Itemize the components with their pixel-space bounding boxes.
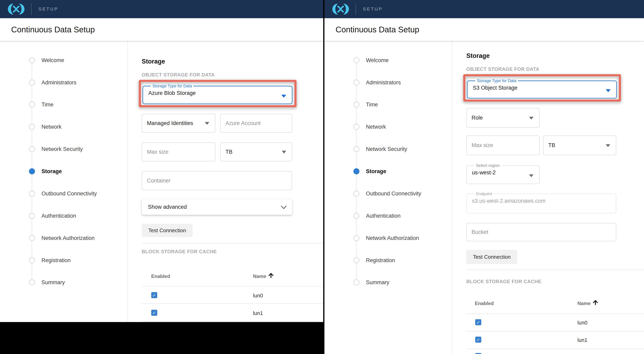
size-unit-value: TB — [548, 142, 555, 148]
caret-down-icon — [282, 151, 286, 154]
sidebar-item-storage[interactable]: Storage — [0, 168, 122, 174]
sidebar-item-label: Storage — [366, 168, 386, 174]
block-storage-section-label: BLOCK STORAGE FOR CACHE — [466, 279, 542, 284]
size-unit-value: TB — [226, 149, 232, 155]
step-dot-icon — [29, 213, 35, 219]
sidebar-item-outbound-connectivity[interactable]: Outbound Connectivity — [0, 191, 122, 197]
pane-azure-setup: SETUP Continuous Data Setup Welcome Admi… — [0, 0, 323, 322]
storage-type-select[interactable]: Storage Type for Data S3 Object Storage — [467, 79, 617, 98]
role-select[interactable]: Role — [466, 108, 540, 128]
bucket-input[interactable] — [466, 223, 616, 241]
role-value: Role — [472, 115, 483, 121]
sidebar-item-label: Authentication — [42, 213, 76, 219]
row-enabled-checkbox-checked[interactable] — [151, 292, 157, 298]
step-dot-icon — [353, 79, 360, 86]
sidebar-item-summary[interactable]: Summary — [324, 279, 446, 286]
caret-down-icon — [205, 122, 209, 125]
region-label: Select region — [474, 163, 501, 167]
storage-type-select[interactable]: Storage Type for Data Azure Blob Storage — [142, 84, 292, 104]
max-size-input[interactable] — [142, 142, 215, 161]
sidebar-item-network[interactable]: Network — [324, 124, 446, 130]
sidebar-item-network-security[interactable]: Network Security — [0, 146, 122, 152]
endpoint-label: Endpoint — [474, 192, 494, 196]
sidebar-item-authentication[interactable]: Authentication — [324, 213, 446, 219]
section-divider — [142, 243, 323, 244]
section-divider — [466, 270, 644, 270]
test-connection-button[interactable]: Test Connection — [142, 224, 193, 237]
object-storage-section-label: OBJECT STORAGE FOR DATA — [466, 66, 539, 72]
sort-ascending-icon[interactable] — [592, 299, 599, 306]
size-unit-select[interactable]: TB — [543, 136, 616, 155]
sidebar-item-welcome[interactable]: Welcome — [324, 57, 446, 63]
step-dot-active-icon — [29, 168, 35, 174]
sidebar-item-authentication[interactable]: Authentication — [0, 213, 122, 219]
delphix-logo-icon — [6, 3, 26, 15]
size-unit-select[interactable]: TB — [220, 142, 292, 161]
endpoint-value: s3.us-west-2.amazonaws.com — [472, 198, 610, 204]
sidebar-divider — [452, 41, 452, 354]
sidebar-item-network[interactable]: Network — [0, 124, 122, 130]
identity-mechanism-value: Managed Identities — [147, 120, 193, 126]
sidebar-item-time[interactable]: Time — [324, 101, 446, 108]
row-enabled-checkbox-checked-partial[interactable] — [475, 353, 481, 354]
block-storage-section-label: BLOCK STORAGE FOR CACHE — [142, 249, 217, 255]
table-header-name[interactable]: Name — [253, 274, 266, 279]
sidebar-item-label: Time — [366, 101, 378, 108]
table-header-name[interactable]: Name — [578, 301, 590, 306]
page-title: Continuous Data Setup — [336, 25, 419, 34]
caret-down-icon — [606, 144, 610, 147]
sidebar-item-label: Outbound Connectivity — [42, 191, 97, 197]
step-dot-icon — [29, 257, 35, 263]
storage-type-value: Azure Blob Storage — [148, 90, 286, 96]
region-select[interactable]: Select region us-west-2 — [466, 163, 540, 184]
sort-ascending-icon[interactable] — [268, 272, 274, 279]
sidebar-item-registration[interactable]: Registration — [0, 257, 122, 263]
table-header-enabled: Enabled — [151, 274, 170, 279]
test-connection-button[interactable]: Test Connection — [466, 250, 517, 264]
step-dot-icon — [29, 146, 35, 152]
sidebar-item-network-security[interactable]: Network Security — [324, 146, 446, 152]
identity-mechanism-select[interactable]: Managed Identities — [142, 114, 215, 133]
sidebar-item-welcome[interactable]: Welcome — [0, 57, 122, 63]
sidebar-item-label: Administrators — [42, 79, 76, 86]
row-enabled-checkbox-checked[interactable] — [475, 337, 481, 343]
sidebar-item-registration[interactable]: Registration — [324, 257, 446, 263]
page-header: Continuous Data Setup — [324, 18, 644, 41]
row-enabled-checkbox-checked[interactable] — [475, 319, 481, 325]
step-dot-icon — [29, 79, 35, 86]
sidebar-item-label: Summary — [42, 279, 65, 286]
row-enabled-checkbox-checked[interactable] — [151, 310, 157, 316]
step-dot-icon — [353, 101, 360, 108]
table-header-enabled: Enabled — [475, 301, 494, 306]
show-advanced-button[interactable]: Show advanced — [142, 199, 292, 215]
container-input[interactable] — [142, 171, 292, 190]
sidebar-item-network-authorization[interactable]: Network Authorization — [324, 235, 446, 241]
sidebar-item-label: Storage — [42, 168, 62, 174]
caret-down-icon — [606, 89, 610, 92]
endpoint-field-disabled: Endpoint s3.us-west-2.amazonaws.com — [466, 192, 616, 213]
sidebar-item-administrators[interactable]: Administrators — [0, 79, 122, 86]
sidebar-item-administrators[interactable]: Administrators — [324, 79, 446, 86]
max-size-input[interactable] — [466, 136, 540, 155]
sidebar-item-label: Network Authorization — [366, 235, 419, 241]
sidebar-item-label: Outbound Connectivity — [366, 191, 421, 197]
sidebar-item-storage[interactable]: Storage — [324, 168, 446, 174]
page-title: Continuous Data Setup — [11, 25, 95, 34]
step-dot-icon — [353, 191, 360, 197]
step-dot-icon — [353, 213, 360, 219]
table-row-divider — [142, 321, 323, 322]
topbar-divider — [356, 3, 356, 15]
section-heading-storage: Storage — [466, 52, 490, 59]
sidebar-item-label: Registration — [42, 257, 71, 263]
sidebar-item-network-authorization[interactable]: Network Authorization — [0, 235, 122, 241]
chevron-down-icon — [281, 203, 286, 209]
sidebar-item-label: Registration — [366, 257, 395, 263]
table-header-divider — [142, 286, 323, 286]
sidebar-item-outbound-connectivity[interactable]: Outbound Connectivity — [324, 191, 446, 197]
sidebar-item-summary[interactable]: Summary — [0, 279, 122, 286]
step-dot-active-icon — [353, 168, 360, 174]
region-value: us-west-2 — [472, 170, 534, 176]
sidebar-item-time[interactable]: Time — [0, 101, 122, 108]
sidebar-item-label: Administrators — [366, 79, 401, 86]
azure-account-input[interactable] — [220, 114, 292, 133]
